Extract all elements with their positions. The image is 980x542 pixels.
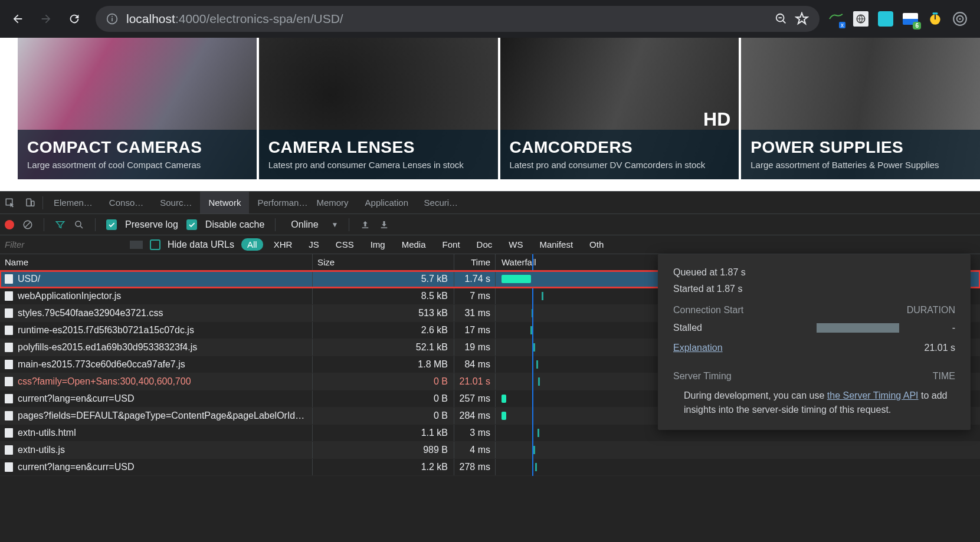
request-time: 278 ms — [454, 459, 496, 475]
table-row[interactable]: extn-utils.js989 B4 ms — [0, 442, 980, 459]
url-text: localhost:4000/electronics-spa/en/USD/ — [126, 12, 343, 26]
svg-rect-21 — [381, 227, 388, 228]
request-waterfall — [496, 442, 980, 458]
file-icon — [5, 377, 13, 386]
request-name: runtime-es2015.f7d5f63b0721a15c07dc.js — [18, 325, 194, 336]
filter-input[interactable] — [5, 239, 123, 249]
request-size: 2.6 kB — [313, 322, 454, 339]
ext-icon-2[interactable] — [853, 11, 869, 27]
category-subtitle: Latest pro and consumer Camera Lenses in… — [268, 159, 489, 171]
filter-type-doc[interactable]: Doc — [471, 238, 499, 251]
tab-performan[interactable]: Performan… — [249, 192, 308, 213]
request-size: 0 B — [313, 390, 454, 407]
filter-type-font[interactable]: Font — [437, 238, 466, 251]
star-icon[interactable] — [795, 12, 809, 26]
request-name: current?lang=en&curr=USD — [18, 393, 134, 404]
server-timing-api-link[interactable]: the Server Timing API — [827, 390, 919, 400]
request-time: 31 ms — [454, 305, 496, 321]
filter-type-oth[interactable]: Oth — [584, 238, 609, 251]
ext-icon-4[interactable]: 6 — [902, 11, 919, 27]
throttle-select[interactable]: Online — [286, 219, 323, 230]
filter-type-js[interactable]: JS — [303, 238, 325, 251]
timing-stalled-label: Stalled — [673, 323, 702, 333]
timing-explanation-link[interactable]: Explanation — [673, 343, 723, 353]
category-card-lenses[interactable]: CAMERA LENSESLatest pro and consumer Cam… — [259, 38, 498, 179]
tab-network[interactable]: Network — [200, 192, 249, 213]
upload-icon[interactable] — [360, 219, 371, 230]
file-icon — [5, 411, 13, 421]
filter-icon[interactable] — [55, 219, 65, 230]
tab-application[interactable]: Application — [357, 192, 416, 213]
server-timing-label: Server Timing — [673, 371, 732, 382]
filter-color-swatch[interactable] — [130, 241, 143, 249]
request-name: current?lang=en&curr=USD — [18, 462, 134, 472]
clear-icon[interactable] — [22, 219, 33, 230]
preserve-log-checkbox[interactable] — [106, 219, 117, 230]
filter-type-ws[interactable]: WS — [503, 238, 529, 251]
ext-icon-1[interactable]: x — [828, 11, 844, 27]
inspect-button[interactable] — [0, 193, 20, 213]
timing-connection-label: Connection Start — [673, 305, 743, 316]
filter-bar: Hide data URLs AllXHRJSCSSImgMediaFontDo… — [0, 235, 980, 254]
column-size[interactable]: Size — [313, 257, 448, 267]
device-toggle-button[interactable] — [20, 193, 40, 213]
tab-conso[interactable]: Conso… — [101, 192, 152, 213]
zoom-icon[interactable] — [775, 12, 788, 25]
reload-button[interactable] — [61, 6, 87, 32]
server-timing-note: During development, you can use the Serv… — [673, 389, 955, 417]
column-time[interactable]: Time — [454, 254, 496, 270]
column-name[interactable]: Name — [0, 254, 313, 270]
request-size: 8.5 kB — [313, 288, 454, 304]
record-button[interactable] — [5, 220, 14, 229]
request-name: USD/ — [18, 274, 40, 284]
url-bar[interactable]: localhost:4000/electronics-spa/en/USD/ — [96, 6, 820, 32]
tab-sourc[interactable]: Sourc… — [152, 192, 200, 213]
filter-type-img[interactable]: Img — [365, 238, 391, 251]
forward-button[interactable] — [33, 6, 59, 32]
svg-rect-8 — [933, 12, 938, 14]
svg-rect-2 — [112, 16, 113, 17]
file-icon — [5, 428, 13, 438]
chevron-down-icon: ▼ — [332, 221, 339, 229]
back-button[interactable] — [5, 6, 31, 32]
filter-type-media[interactable]: Media — [396, 238, 432, 251]
info-icon — [106, 13, 118, 25]
category-title: COMPACT CAMERAS — [27, 138, 247, 157]
filter-type-xhr[interactable]: XHR — [268, 238, 299, 251]
request-size: 5.7 kB — [313, 271, 454, 287]
download-icon[interactable] — [379, 219, 389, 230]
request-size: 1.1 kB — [313, 425, 454, 441]
request-time: 84 ms — [454, 356, 496, 373]
request-time: 1.74 s — [454, 271, 496, 287]
timing-tooltip: Queued at 1.87 s Started at 1.87 s Conne… — [658, 254, 971, 430]
request-time: 19 ms — [454, 339, 496, 356]
request-name: extn-utils.js — [18, 445, 65, 455]
tab-securi[interactable]: Securi… — [416, 192, 467, 213]
tab-memory[interactable]: Memory — [308, 192, 356, 213]
ext-icon-5[interactable] — [927, 11, 943, 27]
filter-type-all[interactable]: All — [241, 238, 263, 251]
category-card-compact-cameras[interactable]: COMPACT CAMERASLarge assortment of cool … — [18, 38, 257, 179]
svg-line-17 — [25, 222, 31, 227]
request-name: pages?fields=DEFAULT&pageType=ContentPag… — [18, 410, 304, 421]
hide-data-urls-checkbox[interactable] — [150, 239, 160, 250]
filter-type-css[interactable]: CSS — [330, 238, 360, 251]
hide-data-urls-label: Hide data URLs — [168, 239, 234, 250]
file-icon — [5, 360, 13, 369]
timing-stalled-value: - — [952, 323, 955, 333]
devtools-tabs: Elemen…Conso…Sourc…NetworkPerforman…Memo… — [45, 192, 466, 213]
search-icon[interactable] — [74, 219, 84, 230]
request-name: main-es2015.773ce60d6e0cca97afe7.js — [18, 359, 185, 370]
ext-icon-3[interactable] — [877, 11, 894, 27]
disable-cache-checkbox[interactable] — [186, 219, 197, 230]
stalled-bar — [817, 323, 899, 333]
table-row[interactable]: current?lang=en&curr=USD1.2 kB278 ms — [0, 459, 980, 476]
filter-type-manifest[interactable]: Manifest — [533, 238, 579, 251]
category-subtitle: Large assortment of cool Compact Cameras — [27, 159, 247, 171]
svg-rect-14 — [27, 199, 31, 206]
category-card-camcorders[interactable]: CAMCORDERSLatest pro and consumer DV Cam… — [500, 38, 739, 179]
tab-elemen[interactable]: Elemen… — [45, 192, 101, 213]
request-time: 17 ms — [454, 322, 496, 339]
ext-icon-6[interactable] — [952, 11, 968, 27]
category-card-power[interactable]: POWER SUPPLIESLarge assortment of Batter… — [741, 38, 980, 179]
